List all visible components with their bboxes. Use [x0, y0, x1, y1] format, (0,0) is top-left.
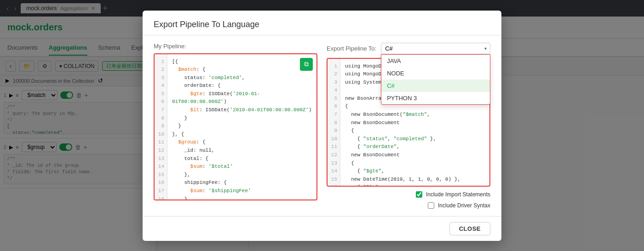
include-import-row: Include Import Statements: [327, 191, 490, 198]
include-import-label: Include Import Statements: [426, 191, 490, 198]
include-import-checkbox[interactable]: [416, 191, 422, 198]
include-driver-checkbox[interactable]: [428, 202, 434, 209]
export-header: Export Pipeline To: JAVA NODE C# PYTHON …: [327, 43, 490, 54]
export-to-label: Export Pipeline To:: [327, 45, 376, 52]
export-line-numbers: 123456789101112131415161718: [328, 59, 340, 186]
language-select-wrapper: JAVA NODE C# PYTHON 3 ▾ JAVA NODE C#: [381, 43, 490, 54]
option-node[interactable]: NODE: [381, 67, 490, 80]
include-driver-label: Include Driver Syntax: [438, 202, 490, 209]
include-driver-row: Include Driver Syntax: [327, 202, 490, 209]
modal-header: Export Pipeline To Language: [143, 11, 501, 35]
language-select[interactable]: JAVA NODE C# PYTHON 3: [381, 43, 490, 54]
modal-title: Export Pipeline To Language: [154, 20, 490, 29]
option-java[interactable]: JAVA: [381, 55, 490, 67]
pipeline-copy-btn[interactable]: ⧉: [300, 58, 313, 71]
export-pipeline-section: Export Pipeline To: JAVA NODE C# PYTHON …: [327, 43, 490, 209]
pipeline-code-inner: 12345678910111213141516171819 [{ $match:…: [155, 54, 316, 200]
pipeline-code-content: [{ $match: { status: 'completed', orderD…: [167, 54, 316, 200]
modal-footer: CLOSE: [143, 216, 501, 241]
close-button[interactable]: CLOSE: [449, 222, 490, 235]
export-modal: Export Pipeline To Language My Pipeline:…: [143, 11, 501, 241]
pipeline-code-box: 12345678910111213141516171819 [{ $match:…: [154, 53, 317, 200]
option-python[interactable]: PYTHON 3: [381, 92, 490, 104]
my-pipeline-label: My Pipeline:: [154, 43, 317, 50]
language-dropdown: JAVA NODE C# PYTHON 3: [381, 54, 490, 105]
option-csharp[interactable]: C#: [381, 80, 490, 92]
modal-body: My Pipeline: 123456789101112131415161718…: [143, 35, 501, 216]
pipeline-line-numbers: 12345678910111213141516171819: [155, 54, 167, 200]
modal-overlay: Export Pipeline To Language My Pipeline:…: [0, 0, 644, 251]
copy-icon: ⧉: [304, 60, 309, 68]
app-container: ‹ › mock.orders Aggregations ✕ + mock.or…: [0, 0, 644, 251]
my-pipeline-section: My Pipeline: 123456789101112131415161718…: [154, 43, 317, 209]
